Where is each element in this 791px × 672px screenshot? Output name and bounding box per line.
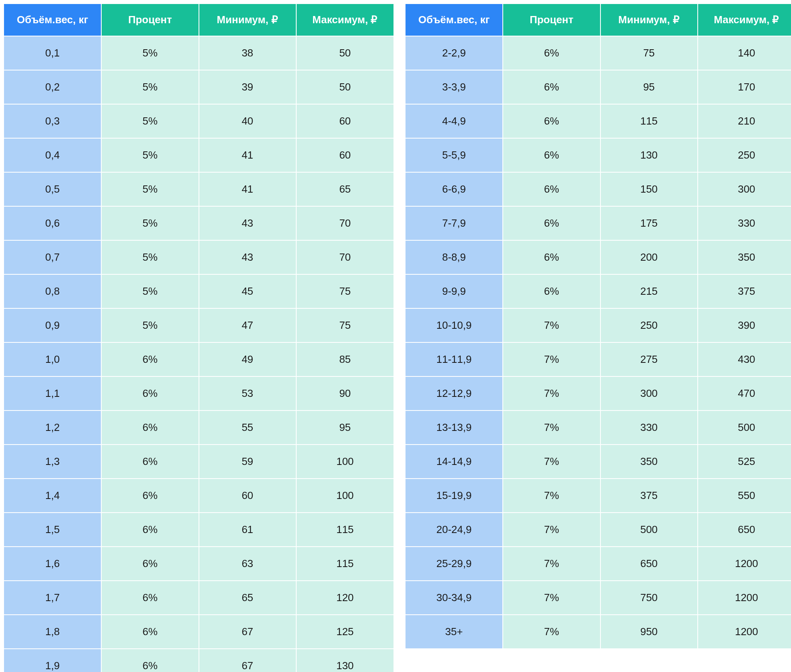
- cell-weight: 14-14,9: [406, 445, 503, 479]
- cell-percent: 7%: [503, 376, 600, 410]
- cell-min: 60: [199, 479, 296, 513]
- table-row: 12-12,97%300470: [406, 376, 791, 410]
- table-row: 1,66%63115: [4, 547, 393, 581]
- table-row: 0,85%4575: [4, 274, 393, 308]
- table-row: 1,26%5595: [4, 410, 393, 445]
- table-row: 3-3,96%95170: [406, 70, 791, 104]
- cell-weight: 11-11,9: [406, 342, 503, 376]
- cell-max: 90: [296, 376, 393, 410]
- cell-weight: 1,0: [4, 342, 101, 376]
- cell-min: 350: [600, 445, 698, 479]
- cell-weight: 12-12,9: [406, 376, 503, 410]
- header-weight: Объём.вес, кг: [406, 4, 503, 36]
- cell-percent: 7%: [503, 410, 600, 445]
- table-row: 8-8,96%200350: [406, 240, 791, 274]
- cell-weight: 9-9,9: [406, 274, 503, 308]
- pricing-table-left: Объём.вес, кг Процент Минимум, ₽ Максиму…: [4, 4, 393, 672]
- table-row: 0,15%3850: [4, 36, 393, 70]
- table-row: 14-14,97%350525: [406, 445, 791, 479]
- cell-percent: 7%: [503, 581, 600, 615]
- cell-percent: 6%: [503, 206, 600, 240]
- cell-weight: 0,9: [4, 308, 101, 342]
- cell-min: 950: [600, 615, 698, 648]
- cell-percent: 7%: [503, 479, 600, 513]
- cell-max: 85: [296, 342, 393, 376]
- cell-max: 300: [698, 172, 791, 206]
- cell-percent: 7%: [503, 547, 600, 581]
- cell-percent: 6%: [101, 410, 199, 445]
- cell-max: 650: [698, 513, 791, 547]
- cell-percent: 6%: [101, 615, 199, 649]
- cell-max: 65: [296, 172, 393, 206]
- table-row: 11-11,97%275430: [406, 342, 791, 376]
- cell-min: 39: [199, 70, 296, 104]
- cell-max: 170: [698, 70, 791, 104]
- cell-weight: 35+: [406, 615, 503, 648]
- cell-weight: 1,2: [4, 410, 101, 445]
- cell-max: 140: [698, 36, 791, 70]
- table-header-row: Объём.вес, кг Процент Минимум, ₽ Максиму…: [4, 4, 393, 36]
- cell-min: 59: [199, 445, 296, 479]
- table-row: 13-13,97%330500: [406, 410, 791, 445]
- cell-weight: 1,1: [4, 376, 101, 410]
- cell-weight: 5-5,9: [406, 138, 503, 172]
- cell-percent: 5%: [101, 36, 199, 70]
- cell-weight: 7-7,9: [406, 206, 503, 240]
- table-row: 1,16%5390: [4, 376, 393, 410]
- header-weight: Объём.вес, кг: [4, 4, 101, 36]
- cell-max: 1200: [698, 615, 791, 648]
- cell-max: 100: [296, 445, 393, 479]
- cell-percent: 5%: [101, 308, 199, 342]
- table-row: 7-7,96%175330: [406, 206, 791, 240]
- cell-max: 430: [698, 342, 791, 376]
- cell-max: 60: [296, 104, 393, 138]
- cell-weight: 1,3: [4, 445, 101, 479]
- table-row: 0,25%3950: [4, 70, 393, 104]
- table-row: 1,46%60100: [4, 479, 393, 513]
- cell-min: 45: [199, 274, 296, 308]
- cell-weight: 3-3,9: [406, 70, 503, 104]
- cell-weight: 1,9: [4, 649, 101, 672]
- cell-weight: 0,4: [4, 138, 101, 172]
- cell-percent: 7%: [503, 342, 600, 376]
- table-header-row: Объём.вес, кг Процент Минимум, ₽ Максиму…: [406, 4, 791, 36]
- cell-percent: 6%: [503, 70, 600, 104]
- cell-percent: 5%: [101, 240, 199, 274]
- cell-percent: 6%: [101, 342, 199, 376]
- cell-weight: 0,1: [4, 36, 101, 70]
- cell-percent: 7%: [503, 615, 600, 648]
- cell-min: 75: [600, 36, 698, 70]
- cell-max: 60: [296, 138, 393, 172]
- cell-percent: 6%: [101, 649, 199, 672]
- cell-min: 300: [600, 376, 698, 410]
- table-row: 1,86%67125: [4, 615, 393, 649]
- cell-percent: 6%: [503, 104, 600, 138]
- table-row: 0,45%4160: [4, 138, 393, 172]
- table-row: 0,65%4370: [4, 206, 393, 240]
- table-row: 25-29,97%6501200: [406, 547, 791, 581]
- cell-percent: 6%: [503, 36, 600, 70]
- cell-weight: 0,6: [4, 206, 101, 240]
- cell-min: 95: [600, 70, 698, 104]
- cell-max: 1200: [698, 581, 791, 615]
- cell-min: 175: [600, 206, 698, 240]
- cell-percent: 7%: [503, 308, 600, 342]
- cell-min: 41: [199, 138, 296, 172]
- cell-min: 130: [600, 138, 698, 172]
- cell-max: 50: [296, 36, 393, 70]
- cell-weight: 0,2: [4, 70, 101, 104]
- table-row: 0,55%4165: [4, 172, 393, 206]
- cell-max: 470: [698, 376, 791, 410]
- cell-min: 43: [199, 206, 296, 240]
- cell-min: 650: [600, 547, 698, 581]
- cell-weight: 30-34,9: [406, 581, 503, 615]
- cell-min: 250: [600, 308, 698, 342]
- header-max: Максимум, ₽: [698, 4, 791, 36]
- table-row: 30-34,97%7501200: [406, 581, 791, 615]
- cell-max: 350: [698, 240, 791, 274]
- table-row: 15-19,97%375550: [406, 479, 791, 513]
- table-row: 1,56%61115: [4, 513, 393, 547]
- cell-max: 75: [296, 308, 393, 342]
- cell-min: 67: [199, 615, 296, 649]
- cell-percent: 5%: [101, 172, 199, 206]
